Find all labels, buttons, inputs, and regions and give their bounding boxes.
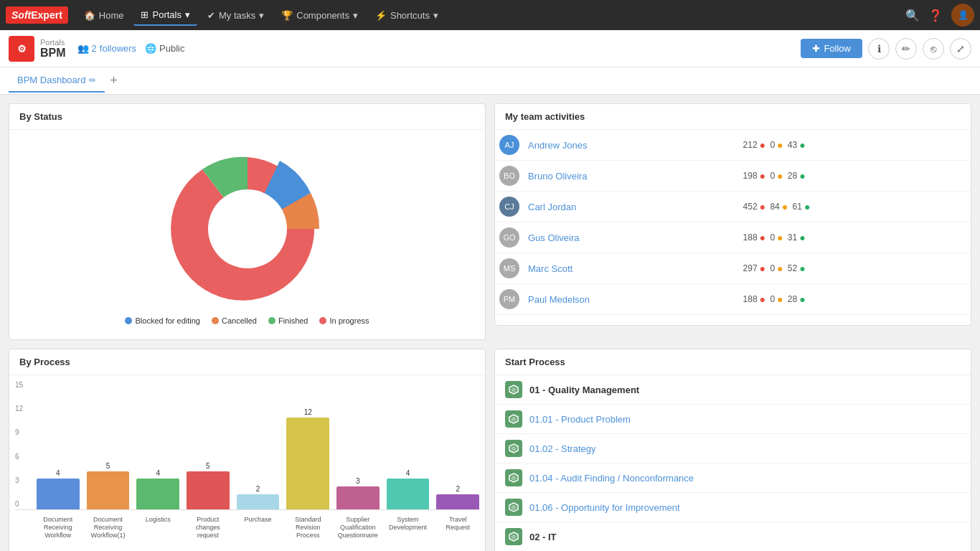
stat1: 188 xyxy=(743,294,758,304)
team-row[interactable]: BO Bruno Oliveira 198 ● 0 ● 28 ● xyxy=(495,161,971,192)
process-item-label[interactable]: 01 - Quality Management xyxy=(529,385,639,395)
arrow-right-icon: ● xyxy=(777,232,783,243)
team-name-cell[interactable]: Marc Scott xyxy=(524,253,739,284)
portal-meta: 👥 2 followers 🌐 Public xyxy=(77,43,185,54)
add-tab-button[interactable]: + xyxy=(105,72,122,90)
team-stats-cell: 452 ● 84 ● 61 ● xyxy=(739,192,971,222)
arrow-right-icon: ● xyxy=(782,201,788,212)
bar-label: Product changes request xyxy=(187,516,230,539)
bpm-icon-symbol: ⚙ xyxy=(17,43,27,55)
team-row[interactable]: MS Marc Scott 297 ● 0 ● 52 ● xyxy=(495,253,971,284)
nav-portals[interactable]: ⊞ Portals ▾ xyxy=(133,5,197,26)
team-row[interactable]: PM Paul Medelson 188 ● 0 ● 28 ● xyxy=(495,284,971,315)
arrow-down-icon: ● xyxy=(760,232,765,243)
stat2: 0 xyxy=(768,232,775,242)
team-row[interactable]: CJ Carl Jordan 452 ● 84 ● 61 ● xyxy=(495,192,971,222)
bar-rect[interactable] xyxy=(237,494,280,509)
team-row[interactable]: RS Robert Smith 671 ● 96 ● 92 ● xyxy=(495,315,971,317)
process-item[interactable]: 01.01 - Product Problem xyxy=(495,405,971,434)
process-item-label[interactable]: 02 - IT xyxy=(529,532,557,542)
bar-group: 12 xyxy=(286,408,329,509)
bar-value: 12 xyxy=(304,408,312,416)
portal-header: ⚙ Portals BPM 👥 2 followers 🌐 Public ✚ F… xyxy=(0,30,980,67)
arrow-up-icon: ● xyxy=(804,201,810,212)
pie-legend: Blocked for editing Cancelled Finished I… xyxy=(125,316,369,325)
edit-button[interactable]: ✏ xyxy=(895,38,917,60)
legend-label-inprogress: In progress xyxy=(329,316,369,325)
process-item[interactable]: 01.02 - Strategy xyxy=(495,434,971,463)
team-name-cell[interactable]: Robert Smith xyxy=(524,315,739,317)
nav-shortcuts[interactable]: ⚡ Shortcuts ▾ xyxy=(368,6,446,25)
team-stats-cell: 297 ● 0 ● 52 ● xyxy=(739,253,971,284)
nav-components[interactable]: 🏆 Components ▾ xyxy=(274,6,365,25)
nav-mytasks[interactable]: ✔ My tasks ▾ xyxy=(200,6,271,25)
team-name-cell[interactable]: Carl Jordan xyxy=(524,192,739,222)
process-svg-icon xyxy=(509,502,519,512)
svg-marker-12 xyxy=(512,534,517,540)
search-icon[interactable]: 🔍 xyxy=(905,9,920,22)
team-member-name[interactable]: Bruno Oliveira xyxy=(528,171,587,182)
arrow-up-icon: ● xyxy=(799,293,805,305)
user-avatar[interactable]: 👤 xyxy=(951,4,974,27)
team-name-cell[interactable]: Bruno Oliveira xyxy=(524,161,739,192)
team-member-name[interactable]: Gus Oliveira xyxy=(528,232,580,243)
process-item[interactable]: 01.06 - Opportunity for Improvement xyxy=(495,493,971,522)
process-item[interactable]: 02 - IT xyxy=(495,522,971,551)
bar-label: Document Receiving Workflow(1) xyxy=(87,516,130,539)
process-item-label[interactable]: 01.01 - Product Problem xyxy=(529,414,631,425)
stat3: 43 xyxy=(786,140,798,150)
legend-cancelled: Cancelled xyxy=(212,316,257,325)
bar-rect[interactable] xyxy=(37,479,80,509)
stat1: 188 xyxy=(743,232,758,242)
team-member-name[interactable]: Carl Jordan xyxy=(528,202,576,212)
tab-edit-icon[interactable]: ✏ xyxy=(89,75,96,85)
team-avatar-cell: PM xyxy=(495,284,524,315)
bar-rect[interactable] xyxy=(436,494,479,509)
team-member-name[interactable]: Paul Medelson xyxy=(528,294,590,305)
team-member-name[interactable]: Marc Scott xyxy=(528,263,573,274)
follow-button[interactable]: ✚ Follow xyxy=(801,39,862,58)
bar-rect[interactable] xyxy=(286,418,329,509)
process-item[interactable]: 01 - Quality Management xyxy=(495,375,971,405)
process-item-label[interactable]: 01.06 - Opportunity for Improvement xyxy=(529,502,680,513)
expand-button[interactable]: ⤢ xyxy=(950,38,971,60)
team-row[interactable]: AJ Andrew Jones 212 ● 0 ● 43 ● xyxy=(495,130,971,161)
follow-plus-icon: ✚ xyxy=(812,43,820,54)
process-item-label[interactable]: 01.04 - Audit Finding / Nonconformance xyxy=(529,473,694,484)
process-item[interactable]: 01.04 - Audit Finding / Nonconformance xyxy=(495,463,971,493)
help-icon[interactable]: ❓ xyxy=(928,9,943,22)
process-item-label[interactable]: 01.02 - Strategy xyxy=(529,443,596,454)
by-process-card: By Process 15129630 4545212342 Document … xyxy=(9,349,486,551)
share-button[interactable]: ⎋ xyxy=(923,38,944,60)
team-activities-list: AJ Andrew Jones 212 ● 0 ● 43 ● BO Bruno … xyxy=(495,130,971,316)
process-svg-icon xyxy=(509,473,519,483)
team-stats-cell: 212 ● 0 ● 43 ● xyxy=(739,130,971,161)
bar-y-labels: 15129630 xyxy=(15,381,23,509)
bar-rect[interactable] xyxy=(187,471,230,509)
portal-bpm-icon: ⚙ xyxy=(9,36,34,62)
stat2: 84 xyxy=(768,202,780,212)
bar-rect[interactable] xyxy=(87,471,130,509)
team-avatar-cell: CJ xyxy=(495,192,524,222)
top-nav: SoftExpert 🏠 Home ⊞ Portals ▾ ✔ My tasks… xyxy=(0,0,980,30)
info-button[interactable]: ℹ xyxy=(868,38,890,60)
app-logo[interactable]: SoftExpert xyxy=(6,6,68,24)
team-stats-cell: 188 ● 0 ● 28 ● xyxy=(739,284,971,315)
arrow-right-icon: ● xyxy=(777,139,783,151)
bar-rect[interactable] xyxy=(136,479,179,509)
team-name-cell[interactable]: Andrew Jones xyxy=(524,130,739,161)
public-label: Public xyxy=(159,43,184,54)
team-name-cell[interactable]: Paul Medelson xyxy=(524,284,739,315)
bar-group: 3 xyxy=(336,477,380,509)
followers-badge[interactable]: 👥 2 followers xyxy=(77,43,137,54)
nav-home[interactable]: 🏠 Home xyxy=(77,6,131,25)
bar-rect[interactable] xyxy=(336,486,380,509)
team-activities-card: My team activities AJ Andrew Jones 212 ●… xyxy=(494,103,971,326)
tab-bpm-dashboard[interactable]: BPM Dashboard ✏ xyxy=(9,69,105,93)
team-avatar: BO xyxy=(499,166,519,186)
team-row[interactable]: GO Gus Oliveira 188 ● 0 ● 31 ● xyxy=(495,222,971,253)
team-member-name[interactable]: Andrew Jones xyxy=(528,140,587,151)
arrow-right-icon: ● xyxy=(777,170,783,182)
bar-rect[interactable] xyxy=(387,479,430,509)
team-name-cell[interactable]: Gus Oliveira xyxy=(524,222,739,253)
